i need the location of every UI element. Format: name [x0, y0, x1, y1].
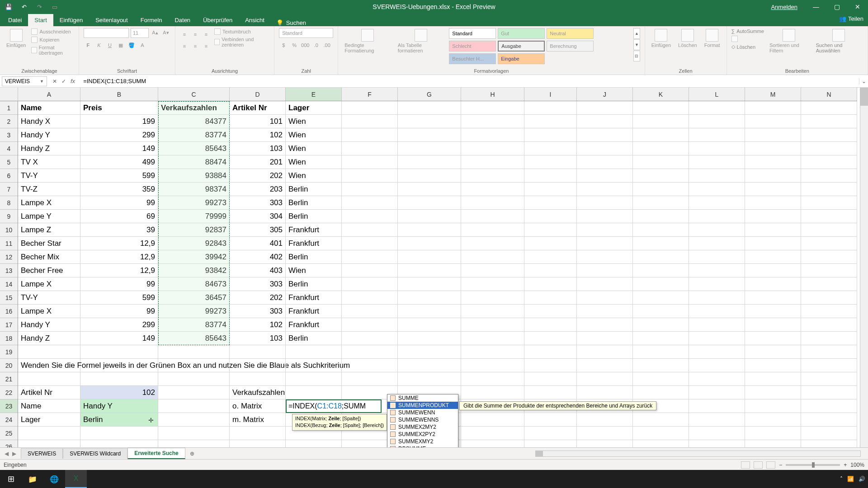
cell-N3[interactable] — [801, 128, 857, 142]
cell-B23[interactable]: Handy Y — [80, 399, 158, 413]
cell-H26[interactable] — [461, 440, 524, 447]
insert-cells-button[interactable]: Einfügen — [650, 28, 673, 49]
cell-D3[interactable]: 102 — [230, 128, 286, 142]
cell-E8[interactable]: Berlin — [286, 196, 342, 210]
cell-F20[interactable] — [342, 359, 398, 372]
cell-B26[interactable] — [80, 440, 158, 447]
cell-M16[interactable] — [745, 305, 801, 318]
add-sheet-button[interactable]: ⊕ — [185, 450, 199, 457]
cell-I15[interactable] — [524, 291, 577, 305]
cell-K17[interactable] — [633, 318, 689, 332]
cell-E14[interactable]: Berlin — [286, 277, 342, 291]
cell-F6[interactable] — [342, 169, 398, 183]
tray-chevron-icon[interactable]: ˄ — [840, 476, 843, 482]
cell-G21[interactable] — [398, 372, 461, 386]
cell-D2[interactable]: 101 — [230, 115, 286, 128]
tray-network-icon[interactable]: 📶 — [847, 476, 854, 482]
cell-N9[interactable] — [801, 210, 857, 223]
cell-A6[interactable]: TV-Y — [18, 169, 80, 183]
cell-I9[interactable] — [524, 210, 577, 223]
cell-K19[interactable] — [633, 345, 689, 359]
cell-B13[interactable]: 12,9 — [80, 264, 158, 277]
underline-button[interactable]: U — [105, 41, 114, 50]
cell-E26[interactable] — [286, 440, 342, 447]
cell-H20[interactable] — [461, 359, 524, 372]
autocomplete-item[interactable]: SUMMEXMY2 — [387, 438, 458, 445]
cell-I22[interactable] — [524, 386, 577, 399]
cell-N22[interactable] — [801, 386, 857, 399]
sheet-nav-prev[interactable]: ◀ — [5, 450, 9, 457]
cell-H21[interactable] — [461, 372, 524, 386]
cell-I10[interactable] — [524, 223, 577, 237]
cell-N7[interactable] — [801, 183, 857, 196]
cell-G19[interactable] — [398, 345, 461, 359]
tab-einfuegen[interactable]: Einfügen — [53, 14, 89, 26]
cell-F19[interactable] — [342, 345, 398, 359]
cell-H9[interactable] — [461, 210, 524, 223]
cell-N12[interactable] — [801, 250, 857, 264]
style-more[interactable]: ⊟ — [633, 51, 640, 61]
accept-formula-button[interactable]: ✓ — [61, 78, 66, 84]
formula-autocomplete-list[interactable]: SUMMESUMMENPRODUKTSUMMEWENNSUMMEWENNSSUM… — [387, 394, 458, 447]
autocomplete-item[interactable]: SUMMEWENN — [387, 409, 458, 416]
cell-C25[interactable] — [158, 427, 230, 440]
column-header-E[interactable]: E — [286, 88, 342, 101]
view-normal-button[interactable] — [741, 461, 750, 469]
cell-L14[interactable] — [689, 277, 745, 291]
copy-button[interactable]: Kopieren — [31, 36, 74, 43]
cell-B8[interactable]: 99 — [80, 196, 158, 210]
cell-I17[interactable] — [524, 318, 577, 332]
cell-F9[interactable] — [342, 210, 398, 223]
row-header-17[interactable]: 17 — [0, 318, 18, 332]
cell-A20[interactable]: Wenden Sie die Formel jeweils in der Grü… — [18, 359, 80, 372]
cell-M26[interactable] — [745, 440, 801, 447]
cell-C2[interactable]: 84377 — [158, 115, 230, 128]
cell-D17[interactable]: 102 — [230, 318, 286, 332]
tab-ueberpruefen[interactable]: Überprüfen — [197, 14, 239, 26]
row-header-20[interactable]: 20 — [0, 359, 18, 372]
cell-M19[interactable] — [745, 345, 801, 359]
cell-J9[interactable] — [577, 210, 633, 223]
cell-M3[interactable] — [745, 128, 801, 142]
cell-N24[interactable] — [801, 413, 857, 427]
cell-I14[interactable] — [524, 277, 577, 291]
cell-N21[interactable] — [801, 372, 857, 386]
cell-L18[interactable] — [689, 332, 745, 345]
expand-formula-bar[interactable]: ⌄ — [859, 78, 868, 84]
cell-B3[interactable]: 299 — [80, 128, 158, 142]
row-header-8[interactable]: 8 — [0, 196, 18, 210]
cell-M6[interactable] — [745, 169, 801, 183]
style-ausgabe[interactable]: Ausgabe — [498, 41, 545, 52]
cell-K10[interactable] — [633, 223, 689, 237]
align-center[interactable]: ≡ — [191, 42, 200, 51]
cell-H3[interactable] — [461, 128, 524, 142]
cell-H1[interactable] — [461, 101, 524, 115]
cell-H15[interactable] — [461, 291, 524, 305]
cell-K11[interactable] — [633, 237, 689, 250]
cell-K16[interactable] — [633, 305, 689, 318]
dec-decimal[interactable]: .00 — [322, 41, 331, 50]
cell-D20[interactable] — [230, 359, 286, 372]
cell-C14[interactable]: 84673 — [158, 277, 230, 291]
cell-G7[interactable] — [398, 183, 461, 196]
cell-E10[interactable]: Frankfurt — [286, 223, 342, 237]
row-header-23[interactable]: 23 — [0, 399, 18, 413]
cell-B10[interactable]: 39 — [80, 223, 158, 237]
cell-F13[interactable] — [342, 264, 398, 277]
cond-format-button[interactable]: Bedingte Formatierung — [343, 28, 392, 54]
cell-K25[interactable] — [633, 427, 689, 440]
cell-N15[interactable] — [801, 291, 857, 305]
wrap-text-button[interactable]: Textumbruch — [214, 28, 269, 35]
cell-C6[interactable]: 93884 — [158, 169, 230, 183]
sheet-tab-wildcard[interactable]: SVERWEIS Wildcard — [63, 448, 127, 459]
cell-F8[interactable] — [342, 196, 398, 210]
border-button[interactable]: ▦ — [116, 41, 125, 50]
font-size-select[interactable] — [131, 28, 149, 38]
row-header-15[interactable]: 15 — [0, 291, 18, 305]
cell-J16[interactable] — [577, 305, 633, 318]
cell-K3[interactable] — [633, 128, 689, 142]
cell-I13[interactable] — [524, 264, 577, 277]
sheet-tab-erweiterte[interactable]: Erweiterte Suche — [127, 448, 185, 459]
number-format-select[interactable]: Standard — [279, 28, 333, 38]
cut-button[interactable]: Ausschneiden — [31, 28, 74, 35]
